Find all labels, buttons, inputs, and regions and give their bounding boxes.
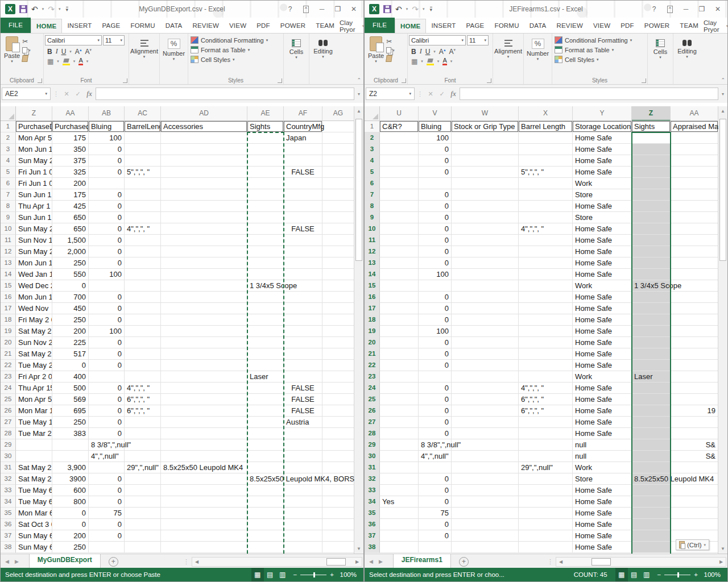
help-icon[interactable]: ? bbox=[647, 3, 661, 15]
new-sheet-icon[interactable]: + bbox=[459, 557, 469, 567]
cell-AF12[interactable] bbox=[284, 246, 322, 257]
cell-AG38[interactable] bbox=[322, 542, 354, 553]
cell-AB1[interactable]: Bluing bbox=[89, 121, 125, 132]
cell-AA19[interactable]: 200 bbox=[52, 326, 89, 337]
increase-font-icon[interactable]: A▴ bbox=[439, 48, 446, 56]
cell-U34[interactable]: Yes bbox=[380, 496, 419, 508]
cell-AF5[interactable]: FALSE bbox=[284, 167, 322, 178]
cell-Z17[interactable]: Wed Nov bbox=[16, 303, 52, 314]
cell-U6[interactable] bbox=[380, 178, 419, 189]
cell-Z26[interactable] bbox=[632, 405, 671, 417]
row-header-26[interactable]: 26 bbox=[1, 405, 16, 417]
cell-AB16[interactable]: 0 bbox=[89, 292, 125, 303]
clipboard-dialog-launcher-icon[interactable] bbox=[402, 78, 406, 83]
cell-W11[interactable] bbox=[452, 235, 519, 246]
sheet-nav-arrows[interactable]: ◀▶ bbox=[1, 559, 29, 564]
cell-AC25[interactable]: 6",",", " bbox=[125, 394, 161, 405]
cell-V2[interactable]: 100 bbox=[419, 132, 452, 144]
cell-AA38[interactable]: 250 bbox=[52, 542, 89, 553]
cell-AA30[interactable] bbox=[52, 451, 89, 462]
cell-AG30[interactable] bbox=[322, 451, 354, 462]
cell-AA9[interactable]: 650 bbox=[52, 212, 89, 223]
cell-AE19[interactable] bbox=[247, 326, 284, 337]
cell-AC14[interactable] bbox=[125, 269, 161, 280]
cell-AE25[interactable] bbox=[247, 394, 284, 405]
cell-W6[interactable] bbox=[452, 178, 519, 189]
scroll-left-icon[interactable]: ◀ bbox=[556, 559, 565, 564]
borders-dropdown-icon[interactable]: ▾ bbox=[421, 59, 423, 64]
editing-button[interactable]: Editing ▾ bbox=[675, 35, 700, 60]
cell-Y23[interactable]: Work bbox=[573, 371, 632, 383]
cell-AD23[interactable] bbox=[161, 371, 247, 383]
cell-AA2[interactable] bbox=[671, 132, 718, 144]
cell-W14[interactable] bbox=[452, 269, 519, 280]
cell-V38[interactable] bbox=[419, 542, 452, 553]
cell-AG33[interactable] bbox=[322, 485, 354, 496]
cell-AD25[interactable] bbox=[161, 394, 247, 405]
cell-Z19[interactable] bbox=[632, 326, 671, 337]
ribbon-tab-team[interactable]: TEAM bbox=[311, 19, 340, 33]
cell-W18[interactable] bbox=[452, 314, 519, 326]
cell-Z26[interactable]: Mon Mar 1 bbox=[16, 405, 52, 417]
cell-AC1[interactable]: BarrelLeng bbox=[125, 121, 161, 132]
account-name[interactable]: Clay Pryor bbox=[340, 19, 359, 33]
cell-AA8[interactable] bbox=[671, 201, 718, 212]
horizontal-scroll-thumb[interactable] bbox=[326, 558, 346, 566]
ribbon-tab-page-l[interactable]: PAGE L bbox=[461, 19, 490, 33]
cell-AA34[interactable]: 800 bbox=[52, 496, 89, 508]
cell-AA7[interactable] bbox=[671, 189, 718, 201]
cell-AD29[interactable] bbox=[161, 439, 247, 451]
row-header-27[interactable]: 27 bbox=[365, 417, 380, 428]
cell-X35[interactable] bbox=[519, 508, 573, 519]
cell-X38[interactable] bbox=[519, 542, 573, 553]
row-header-17[interactable]: 17 bbox=[1, 303, 16, 314]
cell-V8[interactable]: 0 bbox=[419, 201, 452, 212]
cell-AG2[interactable] bbox=[322, 132, 354, 144]
cell-AF27[interactable]: Austria bbox=[284, 417, 322, 428]
cell-Z18[interactable] bbox=[632, 314, 671, 326]
cell-U32[interactable] bbox=[380, 473, 419, 485]
cell-AG26[interactable] bbox=[322, 405, 354, 417]
cell-AF35[interactable] bbox=[284, 508, 322, 519]
cell-AE31[interactable] bbox=[247, 462, 284, 473]
cell-W10[interactable] bbox=[452, 223, 519, 235]
cell-AE35[interactable] bbox=[247, 508, 284, 519]
cell-AF6[interactable] bbox=[284, 178, 322, 189]
cell-AE11[interactable] bbox=[247, 235, 284, 246]
format-as-table-button[interactable]: Format as Table▾ bbox=[553, 45, 646, 55]
cell-AA31[interactable]: 3,900 bbox=[52, 462, 89, 473]
cell-X15[interactable] bbox=[519, 280, 573, 292]
underline-dropdown-icon[interactable]: ▾ bbox=[433, 49, 436, 54]
cell-X10[interactable]: 4",",", " bbox=[519, 223, 573, 235]
cell-AA33[interactable] bbox=[671, 485, 718, 496]
cell-AF37[interactable] bbox=[284, 530, 322, 542]
cell-AC28[interactable] bbox=[125, 428, 161, 439]
row-header-28[interactable]: 28 bbox=[365, 428, 380, 439]
zoom-in-icon[interactable]: + bbox=[330, 571, 334, 578]
cell-V17[interactable]: 0 bbox=[419, 303, 452, 314]
cell-AC35[interactable] bbox=[125, 508, 161, 519]
cell-U13[interactable] bbox=[380, 257, 419, 269]
cell-AA27[interactable]: 250 bbox=[52, 417, 89, 428]
cell-AA20[interactable]: 225 bbox=[52, 337, 89, 348]
cell-W3[interactable] bbox=[452, 144, 519, 155]
cell-Y21[interactable]: Home Safe bbox=[573, 348, 632, 360]
cell-V4[interactable]: 0 bbox=[419, 155, 452, 167]
cell-Y17[interactable]: Home Safe bbox=[573, 303, 632, 314]
row-header-13[interactable]: 13 bbox=[365, 257, 380, 269]
cell-X13[interactable] bbox=[519, 257, 573, 269]
cell-X6[interactable] bbox=[519, 178, 573, 189]
cell-Z7[interactable]: Sun Jun 1 bbox=[16, 189, 52, 201]
cell-Z18[interactable]: Fri May 2 0 bbox=[16, 314, 52, 326]
cell-W23[interactable] bbox=[452, 371, 519, 383]
column-header-Y[interactable]: Y bbox=[573, 106, 632, 120]
cell-AD38[interactable] bbox=[161, 542, 247, 553]
row-header-23[interactable]: 23 bbox=[1, 371, 16, 383]
cell-U20[interactable] bbox=[380, 337, 419, 348]
cell-AD12[interactable] bbox=[161, 246, 247, 257]
cancel-icon[interactable]: ✕ bbox=[425, 90, 436, 98]
cell-AD24[interactable] bbox=[161, 383, 247, 394]
row-header-6[interactable]: 6 bbox=[1, 178, 16, 189]
cell-Z29[interactable] bbox=[632, 439, 671, 451]
cell-V30[interactable]: 4",",null" bbox=[419, 451, 452, 462]
